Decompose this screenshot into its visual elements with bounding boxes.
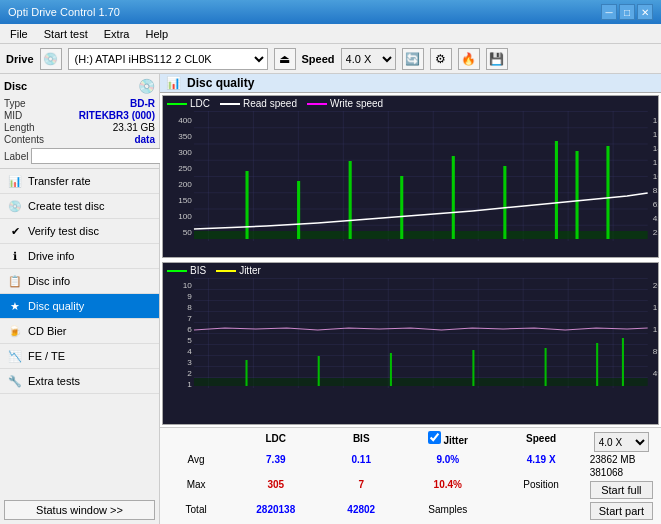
label-row: Label 🔍 [4, 148, 155, 164]
svg-rect-57 [318, 356, 320, 386]
svg-rect-22 [400, 176, 403, 239]
minimize-button[interactable]: ─ [601, 4, 617, 20]
top-chart-legend: LDC Read speed Write speed [163, 96, 658, 111]
sidebar-item-create-test-disc[interactable]: 💿 Create test disc [0, 194, 159, 219]
sidebar-item-fe-te[interactable]: 📉 FE / TE [0, 344, 159, 369]
ldc-color [167, 103, 187, 105]
burn-button[interactable]: 🔥 [458, 48, 480, 70]
sidebar-item-disc-info[interactable]: 📋 Disc info [0, 269, 159, 294]
drive-select[interactable]: (H:) ATAPI iHBS112 2 CL0K [68, 48, 268, 70]
left-panel: Disc 💿 Type BD-R MID RITEKBR3 (000) Leng… [0, 74, 160, 524]
refresh-button[interactable]: 🔄 [402, 48, 424, 70]
avg-bis: 0.11 [323, 447, 399, 472]
status-window-button[interactable]: Status window >> [4, 500, 155, 520]
start-full-button[interactable]: Start full [590, 481, 653, 499]
jitter-color [216, 270, 236, 272]
speed-select[interactable]: 4.0 X Max 1.0 X 2.0 X 6.0 X 8.0 X [341, 48, 396, 70]
svg-text:4%: 4% [653, 369, 658, 378]
jitter-checkbox[interactable] [428, 431, 441, 444]
svg-rect-56 [246, 360, 248, 386]
ldc-label: LDC [190, 98, 210, 109]
disc-quality-icon: ★ [8, 299, 22, 313]
stats-table: LDC BIS Jitter Speed Avg 7.39 0.11 [164, 430, 586, 522]
disc-header: Disc 💿 [4, 78, 155, 94]
svg-rect-24 [503, 166, 506, 239]
bottom-chart-svg: 10 9 8 7 6 5 4 3 2 1 20% 16% 12% 8% 4% [163, 278, 658, 388]
menu-bar: File Start test Extra Help [0, 24, 661, 44]
svg-text:16%: 16% [653, 303, 658, 312]
close-button[interactable]: ✕ [637, 4, 653, 20]
extra-tests-icon: 🔧 [8, 374, 22, 388]
svg-rect-25 [555, 141, 558, 239]
jitter-legend: Jitter [216, 265, 261, 276]
svg-text:14x: 14x [653, 144, 658, 153]
svg-rect-19 [246, 171, 249, 239]
svg-rect-27 [606, 146, 609, 239]
length-label: Length [4, 122, 35, 133]
speed-select2[interactable]: 4.0 X Max 2.0 X 8.0 X [594, 432, 649, 452]
svg-rect-39 [194, 278, 648, 388]
max-label: Max [164, 472, 228, 497]
contents-row: Contents data [4, 134, 155, 145]
menu-file[interactable]: File [4, 27, 34, 41]
svg-text:8%: 8% [653, 347, 658, 356]
charts-title: Disc quality [187, 76, 254, 90]
col-speed: Speed [496, 430, 585, 447]
type-label: Type [4, 98, 26, 109]
sidebar-item-disc-quality[interactable]: ★ Disc quality [0, 294, 159, 319]
right-panel: 📊 Disc quality LDC Read speed Write spee… [160, 74, 661, 524]
menu-start-test[interactable]: Start test [38, 27, 94, 41]
verify-test-label: Verify test disc [28, 225, 99, 237]
settings-button[interactable]: ⚙ [430, 48, 452, 70]
verify-test-icon: ✔ [8, 224, 22, 238]
menu-extra[interactable]: Extra [98, 27, 136, 41]
fe-te-icon: 📉 [8, 349, 22, 363]
col-ldc: LDC [228, 430, 323, 447]
top-chart-svg: 400 350 300 250 200 150 100 50 18x 16x 1… [163, 111, 658, 241]
transfer-rate-icon: 📊 [8, 174, 22, 188]
max-jitter: 10.4% [399, 472, 496, 497]
read-speed-color [220, 103, 240, 105]
title-text: Opti Drive Control 1.70 [8, 6, 120, 18]
start-part-button[interactable]: Start part [590, 502, 653, 520]
jitter-label: Jitter [239, 265, 261, 276]
label-input[interactable] [31, 148, 164, 164]
svg-text:16x: 16x [653, 130, 658, 139]
total-row: Total 2820138 42802 Samples [164, 497, 586, 522]
sidebar-item-drive-info[interactable]: ℹ Drive info [0, 244, 159, 269]
avg-speed: 4.19 X [496, 447, 585, 472]
svg-text:6: 6 [187, 325, 192, 334]
svg-text:250: 250 [178, 164, 192, 173]
sidebar-item-cd-bier[interactable]: 🍺 CD Bier [0, 319, 159, 344]
eject-button[interactable]: ⏏ [274, 48, 296, 70]
position-row: 23862 MB [590, 454, 653, 465]
svg-text:6x: 6x [653, 200, 658, 209]
sidebar-item-extra-tests[interactable]: 🔧 Extra tests [0, 369, 159, 394]
sidebar-item-transfer-rate[interactable]: 📊 Transfer rate [0, 169, 159, 194]
bottom-chart: BIS Jitter 10 9 8 7 6 [162, 262, 659, 425]
svg-rect-61 [596, 343, 598, 386]
sidebar-item-verify-test-disc[interactable]: ✔ Verify test disc [0, 219, 159, 244]
svg-rect-0 [194, 111, 648, 241]
contents-value: data [134, 134, 155, 145]
disc-section-icon: 💿 [138, 78, 155, 94]
cd-bier-label: CD Bier [28, 325, 67, 337]
jitter-col-label: Jitter [443, 435, 467, 446]
svg-text:400: 400 [178, 116, 192, 125]
speed-value-row: 4.0 X Max 2.0 X 8.0 X [590, 432, 653, 452]
empty [496, 497, 585, 522]
col-empty [164, 430, 228, 447]
samples-label: Samples [399, 497, 496, 522]
maximize-button[interactable]: □ [619, 4, 635, 20]
total-ldc: 2820138 [228, 497, 323, 522]
svg-text:7: 7 [187, 314, 192, 323]
avg-label: Avg [164, 447, 228, 472]
mid-value: RITEKBR3 (000) [79, 110, 155, 121]
stats-row: LDC BIS Jitter Speed Avg 7.39 0.11 [160, 427, 661, 524]
save-button[interactable]: 💾 [486, 48, 508, 70]
col-jitter-checkbox: Jitter [399, 430, 496, 447]
menu-help[interactable]: Help [139, 27, 174, 41]
svg-text:350: 350 [178, 132, 192, 141]
svg-text:12x: 12x [653, 158, 658, 167]
position-label: Position [496, 472, 585, 497]
